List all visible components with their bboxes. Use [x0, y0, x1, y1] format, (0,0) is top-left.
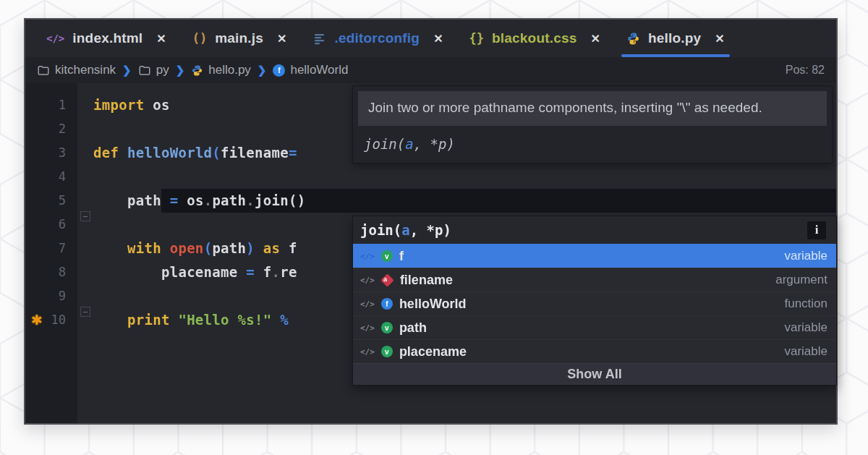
fold-marker-icon[interactable] — [80, 211, 90, 221]
completion-kind-label: variable — [784, 320, 827, 335]
line-number: 8 — [25, 260, 77, 284]
folder-icon — [37, 64, 50, 77]
calltip-signature: join(a, *p) — [358, 126, 827, 158]
completion-signature: join(a, *p) — [360, 222, 451, 238]
function-badge-icon: f — [381, 298, 393, 310]
code-line — [93, 165, 836, 189]
breadcrumb-item-hello-py[interactable]: hello.py — [191, 63, 251, 77]
info-icon[interactable]: i — [807, 221, 826, 239]
calltip-doc-text: Join two or more pathname components, in… — [358, 91, 827, 126]
css-file-icon: {} — [469, 31, 484, 46]
line-number: 2 — [25, 117, 77, 141]
variable-badge-icon: v — [381, 250, 393, 262]
function-badge-icon: f — [273, 64, 285, 77]
autocomplete-popup: join(a, *p) i </> v f variable </> a fil… — [352, 216, 837, 386]
code-icon: </> — [360, 299, 375, 309]
completion-item-path[interactable]: </> v path variable — [353, 315, 836, 339]
calltip-popup: Join two or more pathname components, in… — [352, 85, 833, 163]
line-number: 4 — [25, 165, 77, 189]
completion-kind-label: argument — [775, 273, 827, 287]
tab-label: hello.py — [648, 30, 701, 46]
tab-main-js[interactable]: () main.js ✕ — [182, 20, 298, 57]
code-icon: </> — [360, 276, 375, 285]
cursor-position: Pos: 82 — [786, 64, 825, 77]
js-file-icon: () — [192, 31, 207, 46]
breadcrumb-item-kitchensink[interactable]: kitchensink — [37, 63, 116, 77]
bookmark-marker-icon[interactable]: ✱ — [28, 308, 46, 332]
line-number: 5 — [25, 189, 77, 213]
completion-kind-label: variable — [784, 249, 827, 263]
code-icon: </> — [360, 347, 375, 357]
html-file-icon: </> — [46, 33, 64, 44]
tab-label: .editorconfig — [334, 30, 420, 46]
code-icon: </> — [360, 323, 375, 333]
completion-item-f[interactable]: </> v f variable — [353, 244, 836, 268]
completion-kind-label: variable — [784, 344, 827, 359]
line-number: 3 — [25, 141, 77, 165]
tab-editorconfig[interactable]: .editorconfig ✕ — [302, 20, 454, 57]
breadcrumb-item-py[interactable]: py — [138, 63, 169, 77]
tab-index-html[interactable]: </> index.html ✕ — [35, 20, 177, 57]
variable-badge-icon: v — [381, 346, 393, 357]
tab-label: main.js — [215, 30, 263, 46]
completion-item-helloworld[interactable]: </> f helloWorld function — [353, 292, 836, 315]
close-icon[interactable]: ✕ — [433, 32, 443, 46]
line-number: 1 — [25, 93, 77, 117]
completion-item-filename[interactable]: </> a filename argument — [353, 268, 836, 292]
close-icon[interactable]: ✕ — [715, 32, 724, 46]
tab-hello-py[interactable]: hello.py ✕ — [616, 20, 736, 57]
show-all-button[interactable]: Show All — [353, 363, 836, 385]
chevron-right-icon: ❯ — [122, 64, 132, 77]
chevron-right-icon: ❯ — [258, 64, 267, 77]
completion-header: join(a, *p) i — [353, 216, 836, 244]
completion-item-placename[interactable]: </> v placename variable — [353, 339, 836, 363]
tab-bar: </> index.html ✕ () main.js ✕ .editorcon… — [25, 20, 836, 57]
close-icon[interactable]: ✕ — [591, 32, 600, 46]
python-file-icon — [626, 32, 640, 46]
folder-icon — [138, 64, 151, 77]
argument-badge-icon: a — [380, 273, 393, 286]
editor-window: </> index.html ✕ () main.js ✕ .editorcon… — [24, 18, 838, 425]
code-icon: </> — [360, 252, 375, 261]
breadcrumb: kitchensink ❯ py ❯ hello.py ❯ f helloWor… — [25, 57, 836, 83]
tab-blackout-css[interactable]: {} blackout.css ✕ — [459, 20, 611, 57]
python-file-icon — [191, 64, 203, 77]
chevron-right-icon: ❯ — [176, 64, 185, 77]
fold-marker-icon[interactable] — [80, 307, 90, 317]
line-number: 7 — [25, 237, 77, 260]
code-line: path = os.path.join() — [93, 189, 836, 213]
line-number-gutter: 1 2 3 4 5 6 7 8 9 10 ✱ — [25, 83, 77, 423]
line-number: 9 — [25, 284, 77, 308]
line-number: 6 — [25, 213, 77, 237]
tab-label: index.html — [72, 30, 142, 46]
variable-badge-icon: v — [381, 322, 393, 333]
breadcrumb-item-helloworld[interactable]: f helloWorld — [273, 63, 348, 77]
tab-label: blackout.css — [492, 30, 577, 46]
completion-kind-label: function — [784, 297, 827, 311]
close-icon[interactable]: ✕ — [277, 32, 286, 46]
close-icon[interactable]: ✕ — [156, 32, 166, 46]
editorconfig-file-icon — [312, 32, 326, 46]
fold-margin — [77, 83, 93, 423]
